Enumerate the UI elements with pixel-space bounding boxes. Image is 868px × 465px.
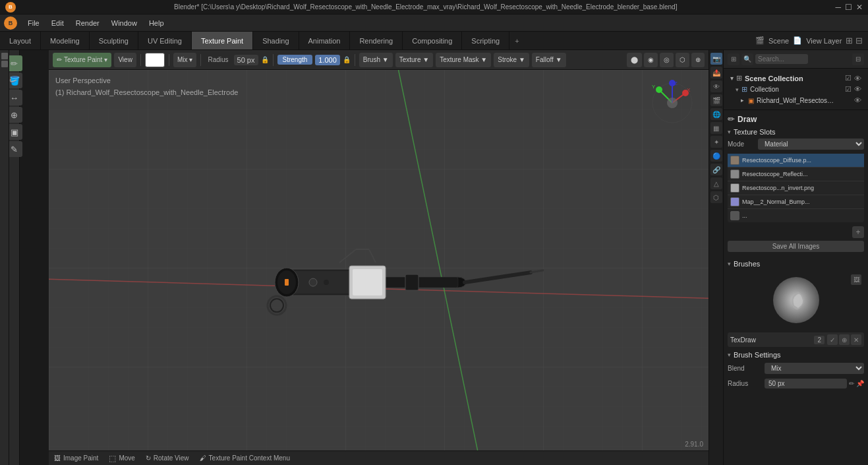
radius-value[interactable]: 50 px <box>234 55 258 65</box>
panel-icons: ⊞ ⊟ <box>846 36 863 46</box>
brush-dropdown-button[interactable]: Brush ▼ <box>359 53 393 67</box>
viewport-shading-material[interactable]: ◉ <box>644 53 658 67</box>
blend-setting-select[interactable]: Mix Add Subtract Multiply <box>765 363 864 374</box>
tab-shading[interactable]: Shading <box>253 32 299 49</box>
brushes-header[interactable]: ▾ Brushes <box>728 260 864 268</box>
menu-help[interactable]: Help <box>144 18 169 28</box>
ricon-particles[interactable]: ✦ <box>710 136 722 148</box>
tex-swatch-3 <box>730 183 739 193</box>
mode-icon-2[interactable] <box>1 61 8 67</box>
tab-compositing[interactable]: Compositing <box>403 32 462 49</box>
ricon-constraints[interactable]: 🔗 <box>710 164 722 175</box>
close-button[interactable]: ✕ <box>856 3 863 12</box>
maximize-button[interactable]: ☐ <box>845 3 852 12</box>
object-arrow: ▸ <box>741 97 744 104</box>
texture-slots-header[interactable]: ▾ Texture Slots <box>728 128 864 136</box>
rotate-icon: ↻ <box>146 454 151 462</box>
panel-search-input[interactable] <box>755 54 808 64</box>
strength-value[interactable]: 1.000 <box>315 55 340 65</box>
context-label: Texture Paint Context Menu <box>209 454 290 462</box>
radius-setting-value[interactable]: 50 px <box>765 379 847 388</box>
object-visibility-icon[interactable]: 👁 <box>854 96 861 104</box>
save-all-images-button[interactable]: Save All Images <box>728 241 864 252</box>
brush-settings-header[interactable]: ▾ Brush Settings <box>728 351 864 359</box>
texture-dropdown-button[interactable]: Texture ▼ <box>395 53 433 67</box>
window-controls[interactable]: ─ ☐ ✕ <box>835 3 863 12</box>
radius-setting-label: Radius <box>728 380 761 387</box>
viewport-area: ✏ Texture Paint ▾ View Mix ▾ Radius 50 p… <box>49 50 709 465</box>
ricon-physics[interactable]: 🔵 <box>710 150 722 162</box>
brush-delete-button[interactable]: ✕ <box>851 334 861 345</box>
titlebar: B Blender* [C:\Users\a y\Desktop\Richard… <box>0 0 868 15</box>
tab-animation[interactable]: Animation <box>299 32 351 49</box>
stroke-dropdown-button[interactable]: Stroke ▼ <box>494 53 529 67</box>
ricon-output[interactable]: 📤 <box>710 67 722 78</box>
object-name[interactable]: Richard_Wolf_Resectoscope <box>757 97 836 104</box>
brush-check-button[interactable]: ✓ <box>827 334 838 345</box>
blender-logo: B <box>5 2 16 13</box>
color-swatch[interactable] <box>145 53 165 67</box>
ricon-world[interactable]: 🌐 <box>710 108 722 120</box>
mode-selector[interactable]: ✏ Texture Paint ▾ <box>53 53 111 67</box>
texture-slot-3[interactable]: Resectoscop...n_invert.png <box>728 181 864 195</box>
navigation-gizmo[interactable]: X Y Z <box>649 80 695 126</box>
ricon-view[interactable]: 👁 <box>710 80 722 92</box>
viewport-overlay-button[interactable]: ⬡ <box>676 53 689 67</box>
panel-filter-icon[interactable]: ⊟ <box>852 53 864 65</box>
svg-rect-21 <box>285 279 289 286</box>
brush-dupe-button[interactable]: ⊕ <box>839 334 850 345</box>
svg-text:Y: Y <box>652 84 656 90</box>
separator-2 <box>169 54 169 66</box>
blend-mode-button[interactable]: Mix ▾ <box>173 53 197 67</box>
ricon-scene[interactable]: 🎬 <box>710 94 722 106</box>
minimize-button[interactable]: ─ <box>835 3 841 12</box>
tab-layout[interactable]: Layout <box>0 32 41 49</box>
viewport-shading-render[interactable]: ◎ <box>660 53 674 67</box>
status-rotate: ↻ Rotate View <box>146 454 189 462</box>
ricon-render[interactable]: 📷 <box>710 53 722 65</box>
svg-point-18 <box>309 278 317 286</box>
tab-texture-paint[interactable]: Texture Paint <box>192 32 253 49</box>
view-layer-label: View Layer <box>806 37 842 45</box>
ricon-data[interactable]: △ <box>710 177 722 189</box>
viewport-shading-solid[interactable]: ⬤ <box>627 53 642 67</box>
ricon-object[interactable]: ▦ <box>710 122 722 134</box>
tex-name-2: Resectoscope_Reflecti... <box>742 171 861 177</box>
mode-select-dropdown[interactable]: Material Single Image <box>758 139 864 150</box>
tab-uv-editing[interactable]: UV Editing <box>138 32 192 49</box>
radius-lock-setting-icon[interactable]: 📌 <box>856 380 864 387</box>
menu-window[interactable]: Window <box>106 18 142 28</box>
falloff-dropdown-button[interactable]: Falloff ▼ <box>532 53 566 67</box>
add-workspace-button[interactable]: + <box>509 32 524 49</box>
tab-sculpting[interactable]: Sculpting <box>90 32 138 49</box>
draw-icon: ✏ <box>728 114 735 124</box>
add-texture-slot-button[interactable]: + <box>852 226 864 238</box>
3d-viewport[interactable]: User Perspective (1) Richard_Wolf_Resect… <box>49 70 709 450</box>
tab-modeling[interactable]: Modeling <box>41 32 90 49</box>
gizmos-button[interactable]: ⊕ <box>691 53 705 67</box>
view-menu-button[interactable]: View <box>114 53 136 67</box>
texture-slots-section: ▾ Texture Slots Mode Material Single Ima… <box>728 128 864 256</box>
scene-visibility-icon[interactable]: 👁 <box>854 75 861 82</box>
brush-image-button[interactable]: 🖼 <box>851 274 861 285</box>
menu-render[interactable]: Render <box>71 18 105 28</box>
svg-line-17 <box>369 249 376 263</box>
radius-edit-icon[interactable]: ✏ <box>849 380 854 387</box>
texture-slot-4[interactable]: Map__2_Normal_Bump... <box>728 195 864 209</box>
menu-file[interactable]: File <box>22 18 45 28</box>
ricon-material[interactable]: ⬡ <box>710 191 722 203</box>
radius-setting-row: Radius 50 px ✏ 📌 <box>728 377 864 390</box>
panel-search-icon[interactable]: 🔍 <box>741 53 753 65</box>
tab-rendering[interactable]: Rendering <box>350 32 403 49</box>
mode-icon-1[interactable] <box>1 53 8 59</box>
collection-visibility-icon[interactable]: 👁 <box>854 85 861 94</box>
texture-slot-5[interactable]: ... <box>728 209 864 222</box>
texture-mask-dropdown-button[interactable]: Texture Mask ▼ <box>436 53 491 67</box>
tab-scripting[interactable]: Scripting <box>462 32 509 49</box>
texture-slot-2[interactable]: Resectoscope_Reflecti... <box>728 168 864 181</box>
tex-name-4: Map__2_Normal_Bump... <box>742 199 861 205</box>
context-icon: 🖌 <box>200 454 206 462</box>
panel-header-icon1[interactable]: ⊞ <box>728 53 739 65</box>
menu-edit[interactable]: Edit <box>46 18 69 28</box>
texture-slot-1[interactable]: Resectoscope_Diffuse.p... <box>728 154 864 168</box>
